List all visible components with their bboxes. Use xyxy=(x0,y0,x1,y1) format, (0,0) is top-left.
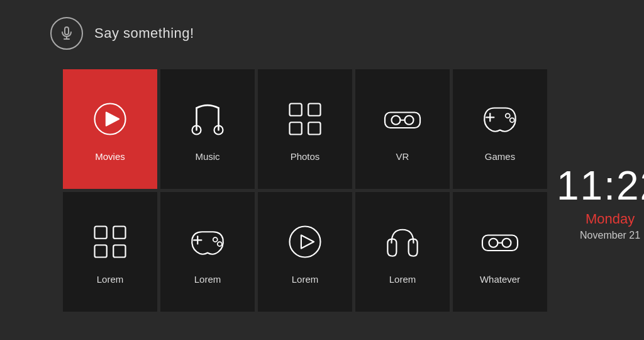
vr-label: VR xyxy=(396,151,409,162)
movies-icon xyxy=(88,97,132,144)
svg-point-14 xyxy=(506,113,510,118)
tile-movies[interactable]: Movies xyxy=(63,69,157,189)
tile-vr[interactable]: VR xyxy=(355,69,450,189)
svg-point-22 xyxy=(213,237,218,242)
tile-games[interactable]: Games xyxy=(453,69,547,189)
svg-point-26 xyxy=(290,226,321,257)
svg-rect-21 xyxy=(113,245,125,257)
prompt-text: Say something! xyxy=(94,25,194,42)
svg-point-13 xyxy=(405,115,414,124)
games-icon xyxy=(478,97,522,144)
clock-time: 11:22 xyxy=(557,166,644,206)
whatever-icon xyxy=(478,220,522,266)
clock-day: Monday xyxy=(586,211,635,227)
svg-marker-27 xyxy=(301,235,314,248)
svg-rect-10 xyxy=(308,122,320,134)
lorem2-label: Lorem xyxy=(194,274,221,285)
grid-area: Movies Music xyxy=(0,66,644,340)
vr-icon xyxy=(380,97,425,144)
svg-rect-18 xyxy=(95,226,107,238)
tile-lorem4[interactable]: Lorem xyxy=(355,192,450,312)
lorem3-icon xyxy=(283,220,327,266)
lorem3-label: Lorem xyxy=(292,274,319,285)
svg-rect-20 xyxy=(95,245,107,257)
music-label: Music xyxy=(195,151,219,162)
svg-marker-4 xyxy=(106,112,119,125)
lorem4-icon xyxy=(380,220,425,266)
svg-point-29 xyxy=(489,238,498,247)
svg-rect-7 xyxy=(290,103,302,115)
svg-point-30 xyxy=(502,238,511,247)
top-bar: Say something! xyxy=(0,0,644,66)
svg-point-15 xyxy=(510,118,514,122)
photos-icon xyxy=(283,97,327,144)
svg-point-12 xyxy=(392,115,401,124)
tiles-grid: Movies Music xyxy=(60,66,550,340)
svg-rect-19 xyxy=(113,226,125,238)
svg-rect-0 xyxy=(65,27,69,35)
mic-icon xyxy=(59,26,74,41)
whatever-label: Whatever xyxy=(480,274,520,285)
tile-whatever[interactable]: Whatever xyxy=(453,192,547,312)
svg-rect-9 xyxy=(290,122,302,134)
lorem4-label: Lorem xyxy=(389,274,416,285)
lorem2-icon xyxy=(186,220,230,266)
mic-button[interactable] xyxy=(50,17,83,50)
tile-lorem2[interactable]: Lorem xyxy=(160,192,255,312)
lorem1-icon xyxy=(88,220,132,266)
lorem1-label: Lorem xyxy=(97,274,124,285)
games-label: Games xyxy=(485,151,515,162)
tile-music[interactable]: Music xyxy=(160,69,255,189)
photos-label: Photos xyxy=(291,151,320,162)
music-icon xyxy=(186,97,230,144)
clock-panel: 11:22 Monday November 21 xyxy=(550,66,644,340)
movies-label: Movies xyxy=(95,151,125,162)
svg-rect-8 xyxy=(308,103,320,115)
clock-date: November 21 xyxy=(580,230,640,241)
svg-point-23 xyxy=(218,242,222,246)
tile-photos[interactable]: Photos xyxy=(258,69,352,189)
tile-lorem1[interactable]: Lorem xyxy=(63,192,157,312)
tile-lorem3[interactable]: Lorem xyxy=(258,192,352,312)
